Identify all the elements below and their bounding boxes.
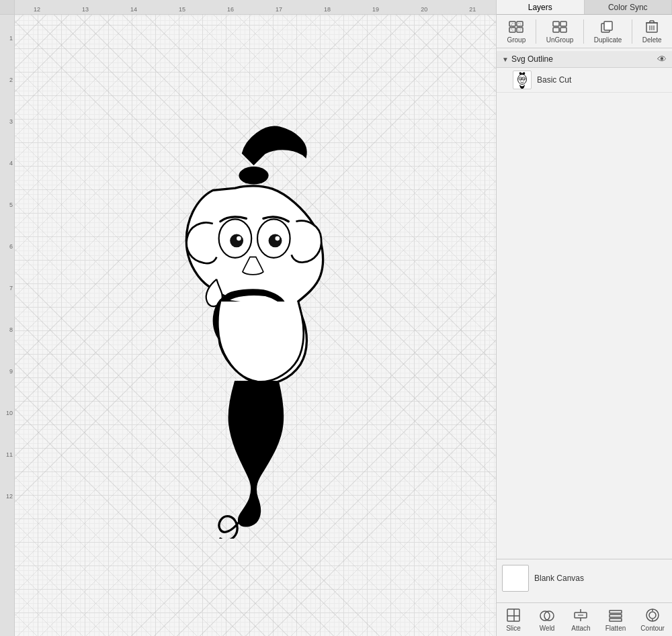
ruler-mark-v: 11 bbox=[6, 451, 13, 458]
svg-point-6 bbox=[276, 236, 280, 241]
layer-thumbnail bbox=[513, 71, 532, 89]
layer-spacer bbox=[497, 306, 672, 559]
weld-label: Weld bbox=[540, 625, 555, 632]
blank-canvas-row: Blank Canvas bbox=[502, 565, 667, 592]
slice-icon bbox=[504, 607, 523, 623]
tab-color-sync[interactable]: Color Sync bbox=[585, 0, 673, 14]
basic-cut-layer-item[interactable]: Basic Cut bbox=[497, 68, 672, 93]
ruler-mark: 15 bbox=[179, 6, 185, 13]
weld-icon bbox=[538, 607, 556, 623]
ungroup-label: UnGroup bbox=[546, 36, 574, 44]
toolbar-divider bbox=[536, 19, 536, 44]
ungroup-icon bbox=[550, 19, 569, 35]
ruler-mark: 13 bbox=[82, 6, 89, 13]
ruler-mark-v: 5 bbox=[9, 201, 13, 208]
flatten-icon bbox=[606, 607, 625, 623]
svg-rect-8 bbox=[517, 21, 523, 26]
delete-icon bbox=[642, 19, 661, 35]
ruler-mark: 17 bbox=[276, 6, 282, 13]
svg-point-44 bbox=[649, 612, 656, 619]
attach-button[interactable]: Attach bbox=[569, 606, 593, 633]
ruler-top: 12 13 14 15 16 17 18 19 20 21 bbox=[15, 0, 496, 15]
delete-button[interactable]: Delete bbox=[640, 17, 665, 45]
ruler-mark: 14 bbox=[130, 6, 137, 13]
right-panel: Layers Color Sync Group bbox=[496, 0, 672, 636]
ungroup-button[interactable]: UnGroup bbox=[544, 17, 577, 45]
ruler-mark-v: 6 bbox=[9, 243, 13, 250]
svg-rect-17 bbox=[604, 21, 612, 30]
group-icon bbox=[507, 19, 526, 35]
ruler-mark: 18 bbox=[324, 6, 331, 13]
group-button[interactable]: Group bbox=[504, 17, 528, 45]
delete-label: Delete bbox=[642, 36, 662, 44]
canvas-area[interactable]: 12 13 14 15 16 17 18 19 20 21 1 2 3 4 5 … bbox=[0, 0, 496, 636]
duplicate-icon bbox=[599, 19, 618, 35]
visibility-toggle-icon[interactable]: 👁 bbox=[657, 54, 667, 64]
duplicate-label: Duplicate bbox=[594, 36, 622, 44]
group-label: Group bbox=[507, 36, 526, 44]
layers-toolbar: Group UnGroup Duplicate bbox=[497, 15, 672, 48]
svg-point-5 bbox=[269, 234, 282, 247]
tab-bar: Layers Color Sync bbox=[497, 0, 672, 15]
svg-outline-layer-header[interactable]: ▼ Svg Outline 👁 bbox=[497, 51, 672, 68]
bottom-toolbar: Slice Weld Attach bbox=[497, 602, 672, 636]
flatten-label: Flatten bbox=[605, 625, 626, 632]
contour-label: Contour bbox=[640, 625, 665, 632]
duplicate-button[interactable]: Duplicate bbox=[591, 17, 625, 45]
svg-outline-label: Svg Outline bbox=[511, 54, 553, 64]
ruler-mark-v: 2 bbox=[9, 77, 13, 83]
ruler-mark-v: 1 bbox=[9, 35, 13, 42]
svg-rect-40 bbox=[610, 610, 622, 613]
chevron-down-icon: ▼ bbox=[502, 56, 509, 63]
svg-point-0 bbox=[239, 167, 268, 184]
ruler-corner bbox=[0, 0, 15, 15]
svg-rect-14 bbox=[553, 28, 559, 32]
svg-point-4 bbox=[237, 236, 241, 241]
basic-cut-label: Basic Cut bbox=[537, 75, 571, 85]
svg-point-30 bbox=[523, 79, 525, 80]
svg-rect-10 bbox=[517, 28, 523, 32]
ruler-mark: 19 bbox=[372, 6, 379, 13]
svg-rect-31 bbox=[507, 609, 519, 621]
genie-image bbox=[82, 109, 418, 539]
svg-point-29 bbox=[520, 79, 521, 80]
ruler-mark-v: 3 bbox=[9, 118, 13, 125]
svg-point-3 bbox=[230, 234, 243, 247]
ruler-mark: 20 bbox=[421, 6, 427, 13]
bottom-section: Blank Canvas bbox=[497, 559, 672, 602]
weld-button[interactable]: Weld bbox=[535, 606, 559, 633]
svg-rect-12 bbox=[553, 21, 559, 26]
blank-canvas-label: Blank Canvas bbox=[534, 574, 584, 583]
layer-section[interactable]: ▼ Svg Outline 👁 Basic Cut bbox=[497, 48, 672, 306]
svg-rect-42 bbox=[610, 619, 622, 621]
ruler-mark-v: 8 bbox=[9, 326, 13, 333]
slice-button[interactable]: Slice bbox=[501, 606, 526, 633]
attach-icon bbox=[571, 607, 590, 623]
tab-layers[interactable]: Layers bbox=[497, 0, 585, 14]
grid-canvas[interactable] bbox=[15, 15, 496, 636]
toolbar-divider-3 bbox=[632, 19, 632, 44]
ruler-mark: 21 bbox=[469, 6, 476, 13]
attach-label: Attach bbox=[571, 625, 590, 632]
ruler-mark-v: 12 bbox=[6, 493, 13, 500]
svg-rect-11 bbox=[511, 24, 521, 30]
svg-rect-15 bbox=[560, 28, 566, 32]
ruler-left: 1 2 3 4 5 6 7 8 9 10 11 12 bbox=[0, 15, 15, 636]
ruler-mark-v: 10 bbox=[6, 410, 13, 416]
contour-button[interactable]: Contour bbox=[638, 606, 667, 633]
svg-rect-41 bbox=[610, 615, 622, 617]
ruler-mark: 16 bbox=[227, 6, 234, 13]
ruler-mark-v: 4 bbox=[9, 160, 13, 167]
ruler-mark: 12 bbox=[34, 6, 40, 13]
slice-label: Slice bbox=[506, 625, 521, 632]
contour-icon bbox=[643, 607, 662, 623]
blank-canvas-swatch bbox=[502, 565, 529, 592]
flatten-button[interactable]: Flatten bbox=[603, 606, 629, 633]
ruler-mark-v: 7 bbox=[9, 285, 13, 291]
svg-rect-13 bbox=[560, 21, 566, 26]
toolbar-divider-2 bbox=[583, 19, 584, 44]
ruler-mark-v: 9 bbox=[9, 368, 13, 375]
